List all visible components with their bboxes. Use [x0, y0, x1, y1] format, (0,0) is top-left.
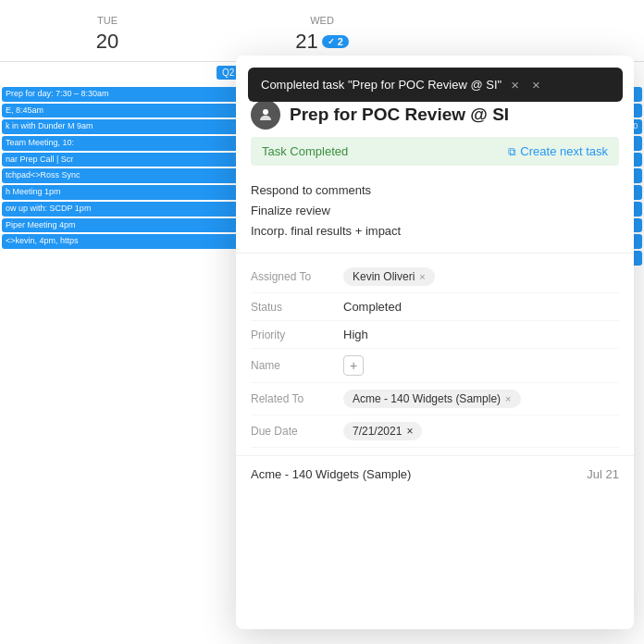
field-status: Status Completed [251, 293, 619, 321]
related-entity-date: Jul 21 [587, 467, 619, 481]
field-assigned-to: Assigned To Kevin Oliveri × [251, 261, 619, 293]
wed-num: 21 2 [215, 30, 429, 54]
badge-count: 2 [322, 35, 349, 48]
name-label: Name [251, 359, 343, 372]
assigned-chip-remove[interactable]: × [419, 271, 425, 282]
name-add-button[interactable]: + [343, 355, 364, 376]
tue-num: 20 [0, 30, 215, 54]
day-col-tue: TUE 20 [0, 15, 215, 54]
task-detail-panel: ← Prep for POC Review @ SI Task Complete… [236, 56, 634, 629]
calendar-header: TUE 20 WED 21 2 [0, 0, 644, 62]
toast-close-button[interactable]: × [532, 77, 540, 93]
related-chip-remove[interactable]: × [505, 393, 511, 404]
day-col-wed: WED 21 2 [215, 15, 429, 54]
toast-text: Completed task "Prep for POC Review @ SI… [261, 78, 502, 92]
field-related-to: Related To Acme - 140 Widgets (Sample) × [251, 383, 619, 415]
due-date-chip-remove[interactable]: × [406, 425, 413, 438]
status-value: Completed [343, 300, 402, 314]
svg-point-0 [263, 109, 268, 115]
priority-label: Priority [251, 328, 343, 341]
assigned-to-value: Kevin Oliveri × [343, 267, 435, 286]
priority-value: High [343, 328, 368, 341]
field-name: Name + [251, 349, 619, 383]
related-chip: Acme - 140 Widgets (Sample) × [343, 390, 521, 408]
panel-title-row: Prep for POC Review @ SI [236, 96, 634, 137]
related-to-value: Acme - 140 Widgets (Sample) × [343, 390, 521, 408]
task-completed-bar: Task Completed Create next task [251, 137, 619, 166]
panel-title: Prep for POC Review @ SI [290, 105, 509, 125]
create-next-task-button[interactable]: Create next task [508, 144, 608, 158]
related-to-label: Related To [251, 392, 343, 405]
desc-line-2: Finalize review [251, 201, 619, 221]
fields-section: Assigned To Kevin Oliveri × Status Compl… [236, 254, 634, 455]
field-priority: Priority High [251, 321, 619, 349]
day-col-extra [429, 15, 644, 54]
toast-dismiss-icon[interactable]: × [511, 77, 519, 93]
task-avatar [251, 100, 280, 130]
assigned-chip: Kevin Oliveri × [343, 267, 435, 286]
due-date-chip: 7/21/2021 × [343, 422, 422, 440]
assigned-to-label: Assigned To [251, 270, 343, 283]
name-value: + [343, 355, 364, 376]
status-label: Status [251, 301, 343, 314]
task-completed-label: Task Completed [262, 144, 348, 158]
toast-notification: Completed task "Prep for POC Review @ SI… [248, 68, 623, 102]
wed-label: WED [215, 15, 429, 26]
due-date-label: Due Date [251, 425, 343, 438]
desc-line-1: Respond to comments [251, 180, 619, 201]
tue-label: TUE [0, 15, 215, 26]
related-entity-name: Acme - 140 Widgets (Sample) [251, 467, 411, 481]
due-date-value: 7/21/2021 × [343, 422, 422, 440]
related-section: Acme - 140 Widgets (Sample) Jul 21 [236, 455, 634, 492]
field-due-date: Due Date 7/21/2021 × [251, 415, 619, 448]
desc-line-3: Incorp. final results + impact [251, 221, 619, 242]
task-description: Respond to comments Finalize review Inco… [236, 173, 634, 254]
